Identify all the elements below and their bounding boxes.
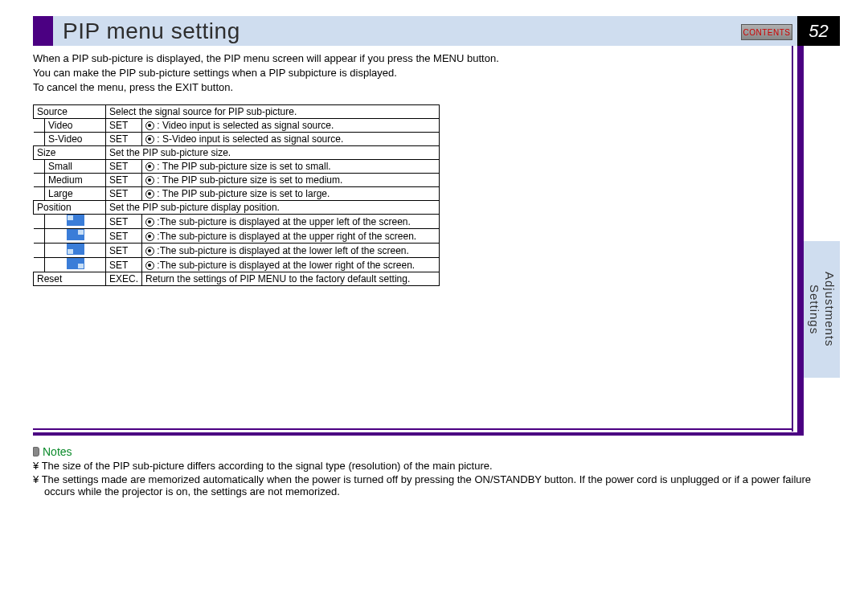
note-2-text: The settings made are memorized automati… [42,473,811,497]
position-upper-left-icon [67,215,84,226]
position-upper-right-icon [67,229,84,240]
set-icon [145,247,154,256]
contents-button[interactable]: CONTENTS [741,24,792,40]
note-1: ¥ The size of the PIP sub-picture differ… [33,460,836,472]
cell-position-label: Position [34,201,106,215]
indent [34,174,45,187]
cell-pos-lr-tag: SET [106,258,142,272]
cell-pos-lr [45,258,106,272]
cell-medium-tag: SET [106,174,142,187]
indent [34,133,45,146]
row-size-large: Large SET : The PIP sub-picture size is … [34,187,440,201]
note-bullet: ¥ [33,460,39,472]
row-source: Source Select the signal source for PIP … [34,105,440,119]
note-bullet: ¥ [33,473,39,485]
divider-horizontal-outer [33,432,804,436]
row-position-ur: SET :The sub-picture is displayed at the… [34,229,440,244]
cell-video-label: Video [45,119,106,133]
cell-pos-ul-desc: :The sub-picture is displayed at the upp… [142,215,440,229]
section-tab-line2: Settings [808,284,821,334]
book-icon [33,447,39,456]
cell-large-tag: SET [106,187,142,201]
set-icon [145,135,154,144]
page-title: PIP menu setting [63,18,240,44]
cell-small-label: Small [45,160,106,174]
cell-pos-ul [45,215,106,229]
cell-svideo-label: S-Video [45,133,106,146]
cell-video-tag: SET [106,119,142,133]
cell-svideo-desc: : S-Video input is selected as signal so… [142,133,440,146]
cell-video-desc: : Video input is selected as signal sour… [142,119,440,133]
cell-large-desc-text: : The PIP sub-picture size is set to lar… [157,188,330,199]
cell-reset-tag: EXEC. [106,272,142,286]
cell-pos-lr-desc: :The sub-picture is displayed at the low… [142,258,440,272]
page-number-value: 52 [809,21,828,42]
position-lower-right-icon [67,258,84,269]
notes-heading-text: Notes [43,445,72,458]
cell-small-desc-text: : The PIP sub-picture size is set to sma… [157,161,330,172]
cell-pos-lr-desc-text: :The sub-picture is displayed at the low… [157,260,415,271]
set-icon [145,261,154,270]
indent [34,187,45,201]
indent [34,160,45,174]
cell-pos-ll-tag: SET [106,244,142,258]
cell-pos-ll-desc-text: :The sub-picture is displayed at the low… [157,245,409,256]
body: When a PIP sub-picture is displayed, the… [33,50,788,286]
note-1-text: The size of the PIP sub-picture differs … [42,460,493,472]
section-tab-text: Adjustments Settings [806,272,837,347]
cell-source-label: Source [34,105,106,119]
row-position-lr: SET :The sub-picture is displayed at the… [34,258,440,272]
notes-section: Notes ¥ The size of the PIP sub-picture … [33,445,836,499]
indent [34,119,45,133]
intro-line-1: When a PIP sub-picture is displayed, the… [33,52,788,64]
row-size: Size Set the PIP sub-picture size. [34,146,440,160]
set-icon [145,190,154,199]
set-icon [145,218,154,227]
cell-size-desc: Set the PIP sub-picture size. [106,146,440,160]
set-icon [145,162,154,171]
cell-pos-ur-tag: SET [106,229,142,244]
section-tab-line1: Adjustments [823,272,837,347]
indent [34,229,45,244]
cell-pos-ur-desc: :The sub-picture is displayed at the upp… [142,229,440,244]
cell-reset-label: Reset [34,272,106,286]
pip-settings-table: Source Select the signal source for PIP … [33,104,440,286]
title-bar: PIP menu setting [53,16,797,46]
set-icon [145,121,154,130]
indent [34,215,45,229]
cell-svideo-tag: SET [106,133,142,146]
indent [34,258,45,272]
set-icon [145,176,154,185]
note-2: ¥ The settings made are memorized automa… [33,473,836,497]
cell-size-label: Size [34,146,106,160]
row-source-video: Video SET : Video input is selected as s… [34,119,440,133]
intro-line-3: To cancel the menu, press the EXIT butto… [33,81,788,93]
cell-pos-ul-tag: SET [106,215,142,229]
row-position-ul: SET :The sub-picture is displayed at the… [34,215,440,229]
cell-pos-ul-desc-text: :The sub-picture is displayed at the upp… [157,216,411,227]
cell-medium-desc: : The PIP sub-picture size is set to med… [142,174,440,187]
notes-heading: Notes [33,445,836,458]
cell-pos-ll [45,244,106,258]
row-position-ll: SET :The sub-picture is displayed at the… [34,244,440,258]
divider-vertical-inner [792,46,793,432]
section-tab: Adjustments Settings [804,241,840,378]
cell-medium-label: Medium [45,174,106,187]
cell-large-label: Large [45,187,106,201]
divider-vertical-outer [797,46,804,436]
page-header: PIP menu setting CONTENTS 52 [0,0,868,46]
row-size-small: Small SET : The PIP sub-picture size is … [34,160,440,174]
page-number: 52 [797,16,840,46]
contents-label: CONTENTS [743,28,791,37]
cell-small-desc: : The PIP sub-picture size is set to sma… [142,160,440,174]
position-lower-left-icon [67,244,84,255]
row-reset: Reset EXEC. Return the settings of PIP M… [34,272,440,286]
indent [34,244,45,258]
header-accent [33,16,53,46]
divider-horizontal-inner [33,428,793,430]
row-source-svideo: S-Video SET : S-Video input is selected … [34,133,440,146]
cell-large-desc: : The PIP sub-picture size is set to lar… [142,187,440,201]
cell-source-desc: Select the signal source for PIP sub-pic… [106,105,440,119]
cell-pos-ll-desc: :The sub-picture is displayed at the low… [142,244,440,258]
row-size-medium: Medium SET : The PIP sub-picture size is… [34,174,440,187]
